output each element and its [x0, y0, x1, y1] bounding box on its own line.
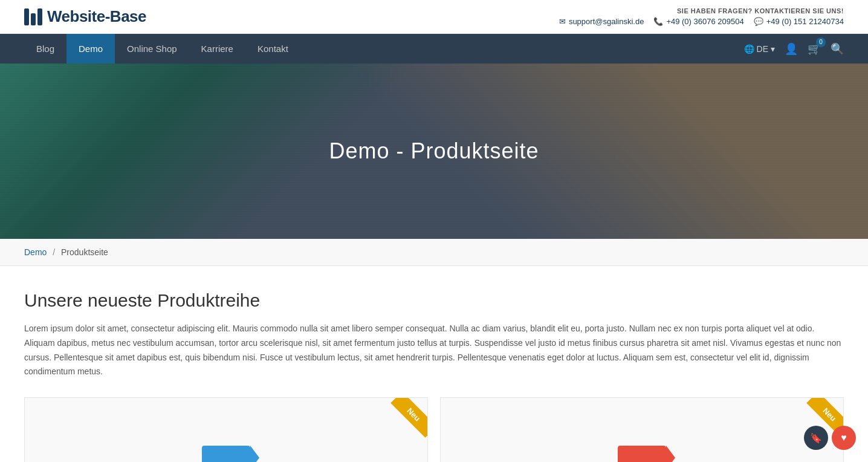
whatsapp-icon: 💬 — [754, 17, 763, 26]
nav-item-karriere[interactable]: Karriere — [189, 34, 245, 63]
logo[interactable]: Website-Base — [24, 7, 146, 26]
contact-label: SIE HABEN FRAGEN? KONTAKTIEREN SIE UNS! — [559, 7, 844, 15]
nav-right: 🌐 DE ▾ 👤 🛒 0 🔍 — [744, 42, 844, 56]
lang-label: DE — [757, 44, 768, 54]
envelope-icon: ✉ — [559, 17, 566, 26]
language-selector[interactable]: 🌐 DE ▾ — [744, 44, 775, 54]
floating-widget: 🔖 ♥ — [804, 426, 856, 450]
hero-content: Demo - Produktseite — [329, 138, 539, 164]
contact-links: ✉ support@sgalinski.de 📞 +49 (0) 36076 2… — [559, 17, 844, 26]
nav-item-blog[interactable]: Blog — [24, 34, 66, 63]
breadcrumb-demo[interactable]: Demo — [24, 247, 47, 257]
neu-badge-text-1: Neu — [391, 398, 427, 438]
logo-text: Website-Base — [47, 7, 146, 26]
breadcrumb-current: Produktseite — [61, 247, 108, 257]
heart-icon: ♥ — [841, 432, 847, 443]
top-bar: Website-Base SIE HABEN FRAGEN? KONTAKTIE… — [0, 0, 868, 34]
nav-item-kontakt[interactable]: Kontakt — [245, 34, 300, 63]
widget-bookmark-button[interactable]: 🔖 — [804, 426, 828, 450]
product-shape-1 — [202, 446, 250, 462]
chevron-down-icon: ▾ — [771, 44, 775, 54]
section-title: Unsere neueste Produktreihe — [24, 290, 844, 311]
phone-text: +49 (0) 36076 209504 — [666, 17, 743, 26]
whatsapp-link[interactable]: 💬 +49 (0) 151 21240734 — [754, 17, 844, 26]
neu-badge-1: Neu — [379, 398, 427, 446]
nav-bar: Blog Demo Online Shop Karriere Kontakt 🌐… — [0, 34, 868, 63]
phone-link[interactable]: 📞 +49 (0) 36076 209504 — [653, 17, 743, 26]
nav-item-demo[interactable]: Demo — [66, 34, 115, 63]
cart-badge: 0 — [816, 37, 826, 47]
search-icon[interactable]: 🔍 — [831, 42, 844, 56]
bookmark-icon: 🔖 — [810, 432, 822, 444]
globe-icon: 🌐 — [744, 44, 754, 54]
products-row: Neu Neu — [24, 397, 844, 462]
contact-info: SIE HABEN FRAGEN? KONTAKTIEREN SIE UNS! … — [559, 7, 844, 26]
email-text: support@sgalinski.de — [569, 17, 644, 26]
main-content: Unsere neueste Produktreihe Lorem ipsum … — [0, 266, 868, 462]
nav-links: Blog Demo Online Shop Karriere Kontakt — [24, 34, 300, 63]
email-link[interactable]: ✉ support@sgalinski.de — [559, 17, 644, 26]
product-card-1[interactable]: Neu — [24, 397, 428, 462]
hero-banner: Demo - Produktseite — [0, 63, 868, 239]
section-description: Lorem ipsum dolor sit amet, consectetur … — [24, 322, 844, 379]
phone-icon: 📞 — [653, 17, 663, 26]
nav-item-online-shop[interactable]: Online Shop — [115, 34, 189, 63]
breadcrumb-separator: / — [53, 247, 55, 257]
breadcrumb: Demo / Produktseite — [0, 239, 868, 266]
whatsapp-text: +49 (0) 151 21240734 — [766, 17, 844, 26]
cart-icon[interactable]: 🛒 0 — [808, 42, 821, 56]
product-card-2[interactable]: Neu — [440, 397, 844, 462]
widget-heart-button[interactable]: ♥ — [832, 426, 856, 450]
product-shape-2 — [618, 446, 666, 462]
user-icon[interactable]: 👤 — [785, 42, 798, 56]
logo-icon — [24, 8, 42, 25]
hero-title: Demo - Produktseite — [329, 138, 539, 164]
